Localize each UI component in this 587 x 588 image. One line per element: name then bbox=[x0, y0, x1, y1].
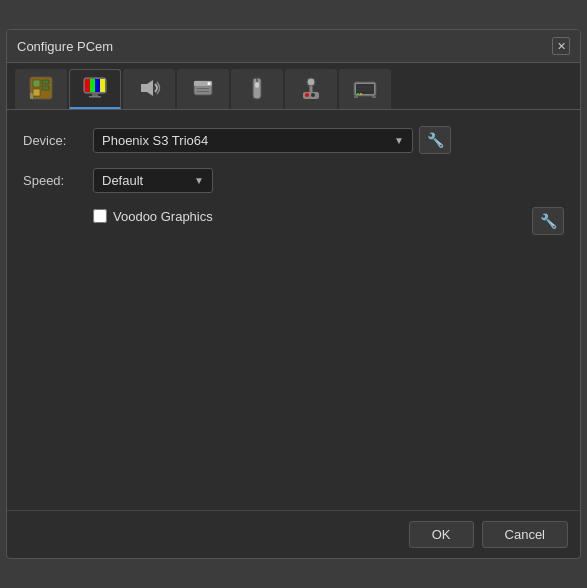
svg-rect-2 bbox=[42, 80, 49, 84]
speed-label: Speed: bbox=[23, 173, 93, 188]
device-value: Phoenix S3 Trio64 bbox=[102, 133, 208, 148]
device-row: Device: Phoenix S3 Trio64 ▼ 🔧 bbox=[23, 126, 564, 154]
svg-rect-10 bbox=[85, 79, 90, 92]
voodoo-checkbox-row: Voodoo Graphics bbox=[93, 209, 213, 224]
svg-rect-15 bbox=[89, 96, 101, 98]
title-bar: Configure PCem ✕ bbox=[7, 30, 580, 63]
svg-rect-35 bbox=[354, 96, 358, 98]
svg-point-34 bbox=[360, 93, 362, 95]
wrench-icon: 🔧 bbox=[427, 132, 444, 148]
dialog-title: Configure PCem bbox=[17, 39, 113, 54]
svg-rect-12 bbox=[95, 79, 100, 92]
speed-arrow: ▼ bbox=[194, 175, 204, 186]
network-icon bbox=[351, 74, 379, 105]
voodoo-configure-button[interactable]: 🔧 bbox=[532, 207, 564, 235]
cancel-button[interactable]: Cancel bbox=[482, 521, 568, 548]
ok-button[interactable]: OK bbox=[409, 521, 474, 548]
voodoo-label[interactable]: Voodoo Graphics bbox=[113, 209, 213, 224]
svg-point-28 bbox=[311, 93, 315, 97]
tab-joystick[interactable] bbox=[285, 69, 337, 109]
svg-point-19 bbox=[208, 82, 211, 85]
device-select[interactable]: Phoenix S3 Trio64 ▼ bbox=[93, 128, 413, 153]
speed-row: Speed: Default ▼ bbox=[23, 168, 564, 193]
device-arrow: ▼ bbox=[394, 135, 404, 146]
dialog-footer: OK Cancel bbox=[7, 510, 580, 558]
svg-point-23 bbox=[255, 82, 259, 88]
tab-sound[interactable] bbox=[123, 69, 175, 109]
tab-storage[interactable] bbox=[177, 69, 229, 109]
joystick-icon bbox=[297, 74, 325, 105]
tab-motherboard[interactable] bbox=[15, 69, 67, 109]
svg-point-27 bbox=[305, 93, 309, 97]
close-button[interactable]: ✕ bbox=[552, 37, 570, 55]
svg-rect-13 bbox=[100, 79, 105, 92]
tab-display[interactable] bbox=[69, 69, 121, 109]
storage-icon bbox=[189, 74, 217, 105]
svg-rect-30 bbox=[356, 84, 374, 94]
svg-point-26 bbox=[307, 78, 315, 86]
svg-rect-36 bbox=[372, 96, 376, 98]
voodoo-checkbox[interactable] bbox=[93, 209, 107, 223]
display-icon bbox=[81, 73, 109, 104]
motherboard-icon bbox=[27, 74, 55, 105]
svg-rect-3 bbox=[42, 86, 49, 90]
device-select-wrap: Phoenix S3 Trio64 ▼ 🔧 bbox=[93, 126, 564, 154]
svg-rect-4 bbox=[33, 89, 40, 96]
tab-content: Device: Phoenix S3 Trio64 ▼ 🔧 Speed: Def… bbox=[7, 110, 580, 510]
svg-rect-14 bbox=[92, 93, 98, 96]
voodoo-row: Voodoo Graphics 🔧 bbox=[23, 207, 564, 235]
svg-point-33 bbox=[357, 93, 359, 95]
svg-rect-20 bbox=[197, 88, 209, 89]
svg-rect-1 bbox=[33, 80, 40, 87]
speed-select[interactable]: Default ▼ bbox=[93, 168, 213, 193]
svg-rect-21 bbox=[197, 91, 209, 92]
device-label: Device: bbox=[23, 133, 93, 148]
speed-value: Default bbox=[102, 173, 143, 188]
voodoo-wrench-icon: 🔧 bbox=[540, 213, 557, 229]
mouse-icon bbox=[243, 74, 271, 105]
tab-mouse[interactable] bbox=[231, 69, 283, 109]
tab-bar bbox=[7, 63, 580, 110]
svg-marker-16 bbox=[141, 80, 153, 96]
svg-rect-11 bbox=[90, 79, 95, 92]
configure-pcem-dialog: Configure PCem ✕ bbox=[6, 29, 581, 559]
device-configure-button[interactable]: 🔧 bbox=[419, 126, 451, 154]
tab-network[interactable] bbox=[339, 69, 391, 109]
sound-icon bbox=[135, 74, 163, 105]
